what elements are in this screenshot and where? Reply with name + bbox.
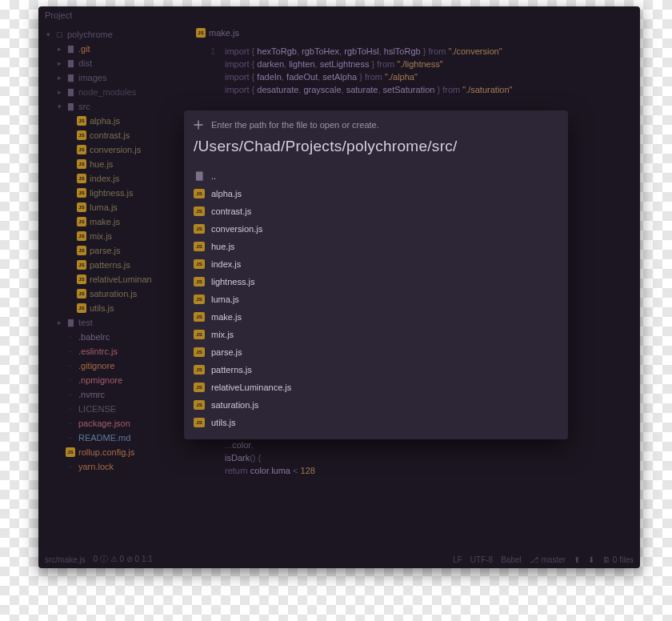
js-icon xyxy=(194,206,205,216)
tree-item-label: images xyxy=(78,73,106,82)
tree-item[interactable]: contrast.js xyxy=(38,128,186,142)
folder-icon: ▇ xyxy=(66,87,75,97)
file-finder-item[interactable]: relativeLuminance.js xyxy=(194,379,558,395)
file-finder-item[interactable]: saturation.js xyxy=(194,397,558,412)
tree-item[interactable]: ·package.json xyxy=(38,416,186,431)
tree-item-label: mix.js xyxy=(90,231,112,241)
file-icon: · xyxy=(66,404,75,414)
js-icon xyxy=(77,174,86,183)
tree-item[interactable]: ·README.md xyxy=(38,431,186,445)
gutter xyxy=(196,70,215,83)
js-icon xyxy=(77,202,86,212)
status-segment[interactable]: LF xyxy=(453,555,462,564)
tree-item-label: hue.js xyxy=(90,159,113,169)
file-finder-item[interactable]: lightness.js xyxy=(194,274,558,289)
sidebar[interactable]: ▾ ▢ polychrome ▸▇.git▸▇dist▸▇images▸▇nod… xyxy=(38,24,186,551)
js-icon xyxy=(77,116,86,126)
tree-item[interactable]: ▸▇dist xyxy=(38,56,186,70)
tree-item[interactable]: ·LICENSE xyxy=(38,402,186,416)
code-text: import { hexToRgb, rgbToHex, rgbToHsl, h… xyxy=(225,45,502,58)
chevron-down-icon: ▾ xyxy=(45,30,51,38)
tree-item-label: saturation.js xyxy=(90,289,137,298)
overlay-header: Enter the path for the file to open or c… xyxy=(194,120,558,130)
code-line: ...color, xyxy=(196,439,635,451)
tree-item-label: .git xyxy=(78,44,90,54)
tree-item[interactable]: luma.js xyxy=(38,200,186,214)
status-segment[interactable]: 🗎 0 files xyxy=(602,555,634,564)
folder-icon: ▇ xyxy=(66,44,75,54)
file-finder-item[interactable]: hue.js xyxy=(194,238,558,254)
tree-item[interactable]: saturation.js xyxy=(38,286,186,301)
tree-item[interactable]: ▾▇src xyxy=(38,99,186,114)
tree-item-label: .nvmrc xyxy=(78,390,105,399)
status-segment[interactable]: ⬇ xyxy=(588,555,594,564)
tree-item-label: rollup.config.js xyxy=(78,447,134,457)
gutter xyxy=(196,58,215,70)
tree-item[interactable]: ▸▇images xyxy=(38,70,186,85)
file-finder-overlay[interactable]: Enter the path for the file to open or c… xyxy=(184,110,568,439)
file-finder-item-label: parse.js xyxy=(211,347,242,357)
file-finder-item-label: alpha.js xyxy=(211,189,242,198)
chevron-right-icon: ▸ xyxy=(56,45,62,53)
file-finder-item[interactable]: parse.js xyxy=(194,344,558,359)
file-finder-item[interactable]: mix.js xyxy=(194,327,558,342)
js-icon xyxy=(194,400,205,410)
file-finder-item[interactable]: alpha.js xyxy=(194,186,558,201)
js-icon xyxy=(77,145,86,154)
tree-item[interactable]: patterns.js xyxy=(38,258,186,272)
tree-item-label: make.js xyxy=(90,217,120,226)
tree-item[interactable]: alpha.js xyxy=(38,114,186,128)
tree-item[interactable]: relativeLuminan xyxy=(38,272,186,286)
js-icon xyxy=(194,365,205,375)
tree-item[interactable]: ▸▇test xyxy=(38,315,186,330)
file-icon: · xyxy=(66,390,75,399)
tree-item[interactable]: ·.npmignore xyxy=(38,373,186,387)
tree-item[interactable]: parse.js xyxy=(38,243,186,258)
tree-item[interactable]: mix.js xyxy=(38,229,186,243)
tree-item-label: LICENSE xyxy=(78,404,116,414)
tree-item[interactable]: ·.gitignore xyxy=(38,359,186,373)
js-icon xyxy=(77,231,86,241)
tree-item[interactable]: hue.js xyxy=(38,157,186,171)
file-finder-item[interactable]: patterns.js xyxy=(194,362,558,377)
file-finder-item-label: hue.js xyxy=(211,242,234,251)
js-icon xyxy=(194,418,205,427)
sidebar-root[interactable]: ▾ ▢ polychrome xyxy=(38,27,186,42)
overlay-hint: Enter the path for the file to open or c… xyxy=(211,120,379,130)
path-input[interactable]: /Users/Chad/Projects/polychrome/src/ xyxy=(194,138,558,155)
file-finder-item[interactable]: index.js xyxy=(194,256,558,271)
status-segment[interactable]: ⎇ master xyxy=(530,555,566,564)
folder-icon: ▇ xyxy=(66,102,75,111)
tree-item[interactable]: conversion.js xyxy=(38,142,186,157)
tree-item-label: package.json xyxy=(78,419,130,428)
tree-item-label: luma.js xyxy=(90,202,118,212)
tree-item-label: src xyxy=(78,102,90,111)
tree-item[interactable]: ·.babelrc xyxy=(38,330,186,344)
js-icon xyxy=(66,447,75,457)
status-file: src/make.js xyxy=(45,555,86,564)
tree-item[interactable]: ▸▇node_modules xyxy=(38,85,186,99)
tree-item[interactable]: ▸▇.git xyxy=(38,42,186,56)
file-finder-item[interactable]: utils.js xyxy=(194,415,558,430)
tree-item[interactable]: make.js xyxy=(38,214,186,229)
code-line: import { fadeIn, fadeOut, setAlpha } fro… xyxy=(196,70,635,83)
tree-item[interactable]: ·yarn.lock xyxy=(38,459,186,474)
chevron-down-icon: ▾ xyxy=(56,102,62,110)
file-finder-item[interactable]: contrast.js xyxy=(194,203,558,218)
tab-make[interactable]: make.js xyxy=(191,24,635,42)
file-finder-up[interactable]: ▇.. xyxy=(194,168,558,183)
tree-item[interactable]: lightness.js xyxy=(38,186,186,200)
file-finder-item[interactable]: luma.js xyxy=(194,291,558,306)
file-finder-item[interactable]: conversion.js xyxy=(194,221,558,236)
tree-item[interactable]: utils.js xyxy=(38,301,186,315)
tree-item[interactable]: ·.eslintrc.js xyxy=(38,344,186,359)
tree-item-label: yarn.lock xyxy=(78,462,114,471)
file-finder-item[interactable]: make.js xyxy=(194,309,558,324)
tree-item[interactable]: ·.nvmrc xyxy=(38,387,186,402)
status-segment[interactable]: UTF-8 xyxy=(470,555,493,564)
tree-item[interactable]: rollup.config.js xyxy=(38,445,186,459)
tree-item[interactable]: index.js xyxy=(38,171,186,186)
tree-item-label: dist xyxy=(78,58,92,68)
status-segment[interactable]: ⬆ xyxy=(574,555,580,564)
status-segment[interactable]: Babel xyxy=(501,555,522,564)
